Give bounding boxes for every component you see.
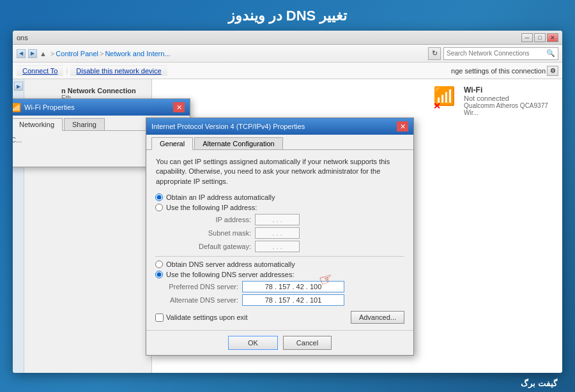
validate-label-text: Validate settings upon exit [166,313,248,321]
alternate-dns-row: Alternate DNS server: 78 . 157 . 42 . 10… [155,294,404,306]
ipv4-tabs: General Alternate Configuration [146,135,413,150]
manual-dns-radio[interactable] [155,271,163,278]
manual-ip-text: Use the following IP address: [166,204,257,211]
action-separator: | [66,67,68,75]
search-box[interactable]: 🔍 [443,47,558,60]
wifi-status: Not connected [464,94,553,102]
wifi-connection-item[interactable]: 📶 ✕ Wi-Fi Not connected Qualcomm Atheros… [429,82,557,120]
disable-device-button[interactable]: Disable this network device [70,65,167,77]
connect-to-button[interactable]: Connect To [17,65,63,77]
gateway-input: . . . [255,241,300,252]
manual-ip-radio[interactable] [155,204,163,211]
breadcrumb-separator: > [50,50,54,57]
manual-ip-label[interactable]: Use the following IP address: [155,204,404,211]
wifi-dialog-title: Wi-Fi Properties [24,103,173,111]
auto-ip-label[interactable]: Obtain an IP address automatically [155,193,404,201]
breadcrumb-sep2: > [100,50,103,57]
right-panel: 📶 ✕ Wi-Fi Not connected Qualcomm Atheros… [152,79,562,373]
auto-dns-radio[interactable] [155,260,163,268]
refresh-button[interactable]: ↻ [428,47,441,60]
wifi-tab-networking[interactable]: Networking [13,118,63,131]
ipv4-footer: OK Cancel [146,330,413,355]
ip-address-label: IP address: [168,216,251,223]
ip-fields-group: IP address: . . . Subnet mask: . . . [168,214,404,252]
validate-checkbox[interactable] [155,313,164,322]
subnet-mask-box[interactable]: . . . [255,227,300,239]
alternate-dns-label: Alternate DNS server: [155,296,238,304]
ip-address-input: . . . [255,214,300,225]
windows-background: ons ─ □ ✕ ◀ ▶ ▲ > Control Panel > Networ… [13,31,562,373]
wifi-tab-sharing[interactable]: Sharing [64,118,105,130]
settings-icon[interactable]: ⚙ [547,66,558,76]
subnet-mask-row: Subnet mask: . . . [168,227,404,239]
preferred-dns-row: Preferred DNS server: 78 . 157 . 42 . 10… [155,281,404,292]
auto-ip-radio[interactable] [155,193,163,201]
wifi-icon-container: 📶 ✕ [433,86,459,111]
sidebar-expand-button[interactable]: ▶ [14,82,23,91]
auto-dns-text: Obtain DNS server address automatically [166,260,295,268]
ipv4-tab-general[interactable]: General [151,137,193,150]
breadcrumb-network[interactable]: Network and Intern... [105,50,170,57]
manual-ip-group: Use the following IP address: [155,204,404,211]
brand-label: گیفت برگ [521,379,557,388]
window-controls: ─ □ ✕ [521,33,558,42]
wifi-info: Wi-Fi Not connected Qualcomm Atheros QCA… [464,86,553,116]
subnet-mask-input: . . . [255,227,300,239]
wifi-adapter: Qualcomm Atheros QCA9377 Wir... [464,102,553,116]
ipv4-dialog-title: Internet Protocol Version 4 (TCP/IPv4) P… [151,123,397,130]
ipv4-titlebar: Internet Protocol Version 4 (TCP/IPv4) P… [146,118,413,135]
control-panel-window: ons ─ □ ✕ ◀ ▶ ▲ > Control Panel > Networ… [13,31,562,373]
ipv4-content: You can get IP settings assigned automat… [146,150,413,330]
cp-toolbar: ◀ ▶ ▲ > Control Panel > Network and Inte… [13,45,562,63]
maximize-button[interactable]: □ [534,33,546,42]
ipv4-properties-dialog: Internet Protocol Version 4 (TCP/IPv4) P… [146,117,414,356]
auto-dns-group: Obtain DNS server address automatically [155,260,404,268]
ipv4-tab-alternate[interactable]: Alternate Configuration [194,137,283,149]
nav-up-button[interactable]: ▲ [40,50,47,57]
nav-back-button[interactable]: ◀ [17,49,26,58]
close-button[interactable]: ✕ [547,33,558,42]
ipv4-description-text: You can get IP settings assigned automat… [155,156,404,187]
search-input[interactable] [447,50,546,57]
dns-section: Obtain DNS server address automatically … [155,260,404,306]
nav-forward-button[interactable]: ▶ [28,49,37,58]
ip-address-row: IP address: . . . [168,214,404,225]
ipv4-close-button[interactable]: ✕ [397,121,408,132]
breadcrumb-control-panel[interactable]: Control Panel [56,50,98,57]
separator [155,256,404,257]
auto-ip-group: Obtain an IP address automatically [155,193,404,201]
gateway-box[interactable]: . . . [255,241,300,252]
subnet-mask-label: Subnet mask: [168,229,251,237]
auto-dns-label[interactable]: Obtain DNS server address automatically [155,260,404,268]
validate-row: Validate settings upon exit Advanced... [155,311,404,324]
wifi-dialog-icon: 📶 [13,103,21,112]
wifi-red-x-icon: ✕ [433,101,441,111]
wifi-dialog-titlebar: 📶 Wi-Fi Properties ✕ [13,99,190,116]
cp-window-title: ons [17,34,521,41]
gateway-row: Default gateway: . . . [168,241,404,252]
advanced-button[interactable]: Advanced... [351,311,404,324]
preferred-dns-input[interactable]: 78 . 157 . 42 . 100 [242,281,344,292]
validate-checkbox-label[interactable]: Validate settings upon exit [155,313,248,322]
cp-titlebar: ons ─ □ ✕ [13,31,562,45]
gateway-label: Default gateway: [168,243,251,250]
minimize-button[interactable]: ─ [521,33,533,42]
ip-address-box[interactable]: . . . [255,214,300,225]
cp-content: ▶ 🖥 ✕ n Network Connection Eth ected Net… [13,79,562,373]
bluetooth-name: n Network Connection [61,87,144,94]
manual-dns-group: Use the following DNS server addresses: [155,271,404,278]
cancel-button[interactable]: Cancel [283,336,332,350]
action-bar: Connect To | Disable this network device… [13,63,562,79]
auto-ip-text: Obtain an IP address automatically [166,193,275,201]
manual-dns-label[interactable]: Use the following DNS server addresses: [155,271,404,278]
wifi-dialog-close-button[interactable]: ✕ [173,102,185,112]
page-title: تغییر DNS در ویندوز [0,0,575,29]
preferred-dns-label: Preferred DNS server: [155,283,238,290]
search-icon: 🔍 [546,49,555,57]
manual-dns-text: Use the following DNS server addresses: [166,271,295,278]
breadcrumb: > Control Panel > Network and Intern... [50,50,425,57]
change-settings-text: nge settings of this connection [451,67,546,75]
wifi-name: Wi-Fi [464,86,553,94]
alternate-dns-input[interactable]: 78 . 157 . 42 . 101 [242,294,344,306]
ok-button[interactable]: OK [228,336,278,350]
